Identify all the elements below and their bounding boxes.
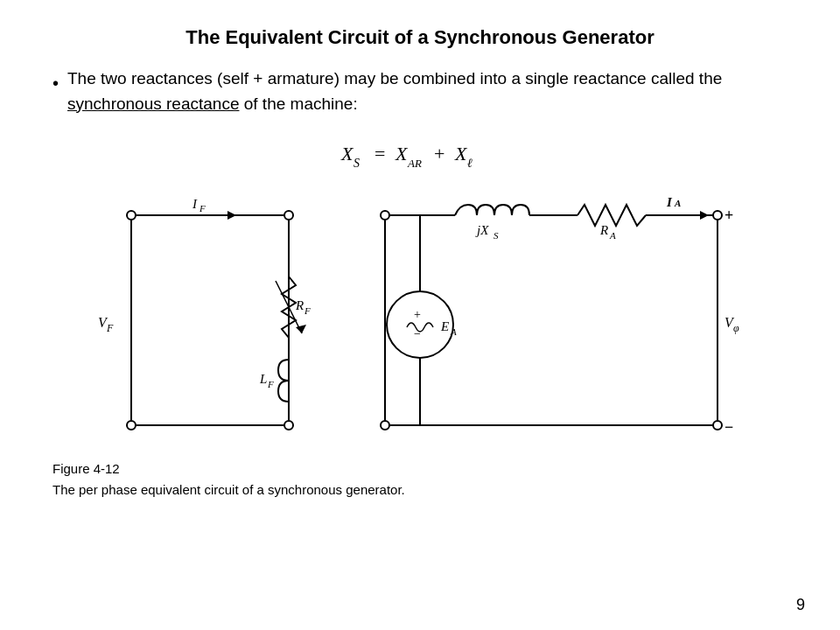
- svg-text:AR: AR: [407, 157, 422, 170]
- svg-text:S: S: [354, 157, 360, 170]
- svg-text:X: X: [340, 143, 354, 164]
- svg-text:A: A: [674, 198, 681, 208]
- svg-marker-21: [296, 325, 306, 333]
- svg-text:I: I: [192, 197, 198, 211]
- svg-text:A: A: [450, 326, 457, 337]
- svg-point-16: [127, 211, 136, 220]
- slide-container: The Equivalent Circuit of a Synchronous …: [0, 0, 840, 630]
- svg-marker-13: [228, 211, 236, 220]
- svg-point-17: [127, 421, 136, 430]
- svg-point-34: [381, 211, 389, 220]
- svg-text:S: S: [494, 230, 499, 241]
- svg-point-18: [284, 211, 293, 220]
- svg-text:F: F: [267, 379, 274, 389]
- svg-marker-41: [700, 211, 709, 220]
- figure-caption-line1: Figure 4-12: [52, 458, 788, 480]
- formula: X S = X AR + X ℓ: [52, 132, 788, 180]
- bullet-item: • The two reactances (self + armature) m…: [52, 66, 788, 116]
- bullet-symbol: •: [52, 70, 59, 96]
- slide-title: The Equivalent Circuit of a Synchronous …: [52, 26, 788, 49]
- svg-text:φ: φ: [733, 322, 739, 334]
- figure-caption: Figure 4-12 The per phase equivalent cir…: [52, 458, 788, 500]
- svg-text:F: F: [199, 203, 206, 214]
- svg-point-37: [713, 421, 722, 430]
- svg-text:E: E: [440, 319, 449, 333]
- page-number: 9: [796, 596, 805, 614]
- svg-text:jX: jX: [475, 223, 489, 237]
- underline-text: synchronous reactance: [67, 94, 239, 113]
- svg-text:X: X: [395, 143, 409, 164]
- svg-text:=: =: [374, 143, 385, 164]
- svg-text:−: −: [724, 418, 733, 436]
- bullet-text: The two reactances (self + armature) may…: [67, 66, 788, 116]
- svg-text:+: +: [414, 308, 421, 321]
- svg-text:ℓ: ℓ: [467, 157, 472, 170]
- text-after-underline: of the machine:: [239, 94, 357, 113]
- svg-point-35: [381, 421, 389, 430]
- svg-text:+: +: [434, 143, 444, 164]
- svg-text:L: L: [259, 372, 267, 386]
- text-before-underline: The two reactances (self + armature) may…: [67, 69, 722, 88]
- svg-text:R: R: [599, 223, 608, 237]
- svg-text:R: R: [295, 298, 304, 312]
- svg-text:F: F: [304, 305, 311, 316]
- svg-text:A: A: [609, 230, 616, 241]
- svg-text:X: X: [454, 143, 468, 164]
- svg-point-36: [713, 211, 722, 220]
- svg-text:+: +: [724, 206, 733, 224]
- svg-text:F: F: [106, 322, 114, 334]
- circuit-diagrams: I F R F L F V F: [52, 189, 788, 452]
- svg-text:I: I: [666, 195, 673, 209]
- svg-point-19: [284, 421, 293, 430]
- figure-caption-line2: The per phase equivalent circuit of a sy…: [52, 480, 788, 500]
